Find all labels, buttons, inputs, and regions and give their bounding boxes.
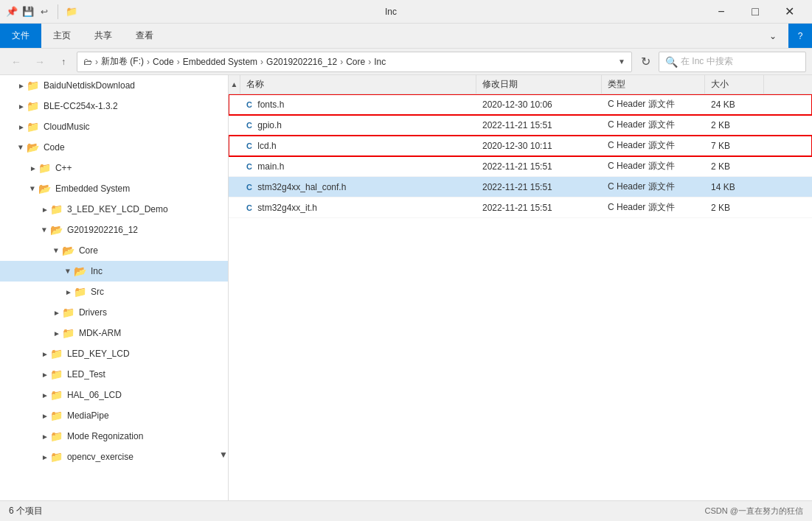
folder-icon: 📁 [50,203,63,215]
sidebar-item-mediapipe[interactable]: ► 📁 MediaPipe [0,405,228,426]
col-header-date[interactable]: 修改日期 [476,75,602,94]
file-row-fonts[interactable]: C fonts.h 2020-12-30 10:06 C Header 源文件 … [229,94,812,115]
path-part-0[interactable]: 新加卷 (F:) [101,55,144,68]
menu-help[interactable]: ? [788,24,812,48]
minimize-button[interactable]: − [704,0,738,24]
folder-open-icon: 📂 [27,141,39,153]
sidebar-item-ledtest[interactable]: ► 📁 LED_Test [0,364,228,385]
quick-access-icon[interactable]: 📌 [6,6,18,18]
sidebar-item-label: BLE-CC254x-1.3.2 [44,101,118,111]
search-box[interactable]: 🔍 在 Inc 中搜索 [659,52,806,72]
watermark: CSDN @一直在努力的狂信 [705,506,803,517]
chevron-down-icon: ► [41,226,49,234]
path-part-4[interactable]: Core [346,57,365,67]
chevron-icon: ► [41,371,49,379]
folder-icon: 📁 [50,451,63,463]
chevron-icon: ► [18,123,25,131]
folder-icon: 📁 [27,121,39,133]
path-part-2[interactable]: Embedded System [183,57,257,67]
path-part-3[interactable]: G2019202216_12 [266,57,337,67]
sidebar-item-label: MediaPipe [67,410,109,421]
file-row-stm32it[interactable]: C stm32g4xx_it.h 2022-11-21 15:51 C Head… [229,197,812,218]
sidebar-item-label: C++ [55,163,72,173]
file-row-gpio[interactable]: C gpio.h 2022-11-21 15:51 C Header 源文件 2… [229,115,812,136]
col-header-name[interactable]: 名称 [240,75,476,94]
folder-open-icon: 📂 [38,183,51,195]
title-bar: 📌 💾 ↩ 📁 Inc − □ ✕ [0,0,812,24]
path-part-5[interactable]: Inc [374,57,386,67]
sidebar-item-embedded[interactable]: ► 📂 Embedded System [0,178,228,199]
address-path[interactable]: 🗁 › 新加卷 (F:) › Code › Embedded System › … [77,52,632,72]
file-name-fonts: C fonts.h [240,99,476,110]
forward-button[interactable]: → [30,52,50,72]
chevron-down-icon: ► [29,185,37,192]
sidebar-item-ledkeylcd[interactable]: ► 📁 LED_KEY_LCD [0,343,228,364]
file-type-stm32it: C Header 源文件 [602,201,705,214]
file-type-fonts: C Header 源文件 [602,98,705,111]
sidebar-item-inc[interactable]: ► 📂 Inc [0,261,228,282]
col-header-type[interactable]: 类型 [602,75,705,94]
sidebar-item-label: Embedded System [55,183,130,194]
sidebar-item-cpp[interactable]: ► 📁 C++ [0,158,228,178]
file-date-gpio: 2022-11-21 15:51 [476,120,602,130]
sidebar-item-drivers[interactable]: ► 📁 Drivers [0,302,228,323]
sidebar-item-ble[interactable]: ► 📁 BLE-CC254x-1.3.2 [0,96,228,116]
sidebar-item-mdk[interactable]: ► 📁 MDK-ARM [0,323,228,343]
file-date-main: 2022-11-21 15:51 [476,161,602,172]
address-bar: ← → ↑ 🗁 › 新加卷 (F:) › Code › Embedded Sys… [0,49,812,75]
sidebar-item-src[interactable]: ► 📁 Src [0,282,228,302]
up-button[interactable]: ↑ [53,52,74,72]
sidebar-item-g2019[interactable]: ► 📂 G2019202216_12 [0,220,228,240]
menu-view[interactable]: 查看 [124,24,165,48]
file-date-lcd: 2020-12-30 10:11 [476,141,602,151]
sidebar-item-core[interactable]: ► 📂 Core [0,240,228,261]
back-button[interactable]: ← [6,52,27,72]
sidebar-item-label: Code [44,142,65,153]
file-row-lcd[interactable]: C lcd.h 2020-12-30 10:11 C Header 源文件 7 … [229,136,812,156]
sidebar-item-opencv[interactable]: ► 📁 opencv_exercise [0,447,228,467]
c-file-icon: C [246,183,252,192]
dropdown-arrow-icon[interactable]: ▼ [618,57,625,66]
sidebar-item-label: opencv_exercise [67,452,133,462]
item-count: 6 个项目 [9,505,43,517]
folder-open-icon: 📂 [50,224,63,236]
sidebar-item-label: Mode Regonization [67,431,143,441]
folder-open-icon: 📂 [62,245,74,256]
sidebar-item-3led[interactable]: ► 📁 3_LED_KEY_LCD_Demo [0,199,228,220]
file-date-fonts: 2020-12-30 10:06 [476,99,602,110]
chevron-icon: ► [41,206,49,214]
c-file-icon: C [246,162,252,171]
folder-icon: 📁 [27,80,39,91]
file-row-stm32conf[interactable]: C stm32g4xx_hal_conf.h 2022-11-21 15:51 … [229,177,812,197]
chevron-icon: ► [41,350,49,358]
sidebar-item-code[interactable]: ► 📂 Code [0,137,228,158]
chevron-icon: ► [41,391,49,399]
save-icon[interactable]: 💾 [22,6,34,18]
sidebar-item-cloudmusic[interactable]: ► 📁 CloudMusic [0,116,228,137]
sidebar: ► 📁 BaiduNetdiskDownload ► 📁 BLE-CC254x-… [0,75,229,500]
folder-icon: 📁 [27,100,39,112]
sort-indicator: ▲ [229,75,240,94]
path-part-1[interactable]: Code [153,57,174,67]
undo-icon[interactable]: ↩ [38,6,50,18]
maximize-button[interactable]: □ [738,0,772,24]
close-button[interactable]: ✕ [772,0,806,24]
sidebar-item-hal06[interactable]: ► 📁 HAL_06_LCD [0,385,228,405]
menu-share[interactable]: 共享 [83,24,124,48]
sidebar-item-baidunetdisk[interactable]: ► 📁 BaiduNetdiskDownload [0,75,228,96]
col-header-size[interactable]: 大小 [705,75,764,94]
sidebar-item-modereg[interactable]: ► 📁 Mode Regonization [0,426,228,447]
chevron-down-icon: ► [52,247,60,254]
chevron-icon: ► [30,164,37,172]
menu-chevron[interactable]: ⌄ [757,24,788,48]
sidebar-scroll-down[interactable]: ▼ [219,450,228,460]
menu-file[interactable]: 文件 [0,24,41,48]
chevron-icon: ► [41,453,49,461]
chevron-icon: ► [53,329,60,338]
refresh-button[interactable]: ↻ [635,52,656,72]
file-row-main[interactable]: C main.h 2022-11-21 15:51 C Header 源文件 2… [229,156,812,177]
folder-icon: 📁 [62,307,74,318]
folder-icon: 📁 [74,286,86,298]
file-name-gpio: C gpio.h [240,120,476,130]
menu-home[interactable]: 主页 [41,24,83,48]
